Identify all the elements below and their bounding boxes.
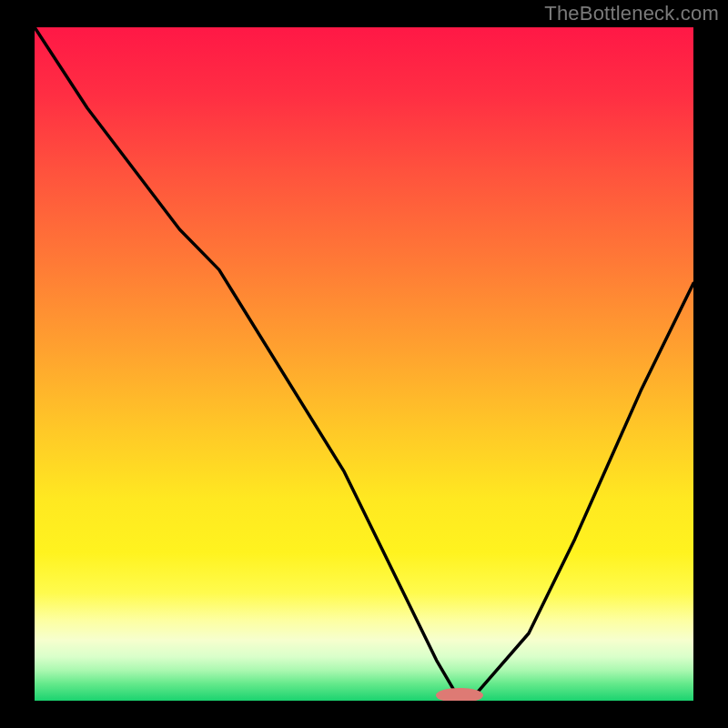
watermark-text: TheBottleneck.com xyxy=(544,2,719,25)
gradient-background xyxy=(35,27,693,701)
bottleneck-chart xyxy=(35,27,693,701)
chart-frame: TheBottleneck.com xyxy=(0,0,728,728)
